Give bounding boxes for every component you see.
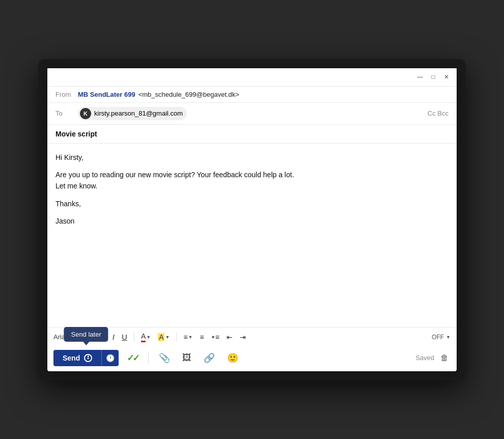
minimize-button[interactable]: — xyxy=(416,73,424,81)
highlight-dropdown-arrow: ▼ xyxy=(165,335,170,340)
off-badge: OFF ▼ xyxy=(432,334,451,341)
clock-icon xyxy=(84,354,92,362)
image-icon: 🖼 xyxy=(182,352,191,363)
underline-button[interactable]: U xyxy=(119,331,130,343)
to-label: To xyxy=(55,109,74,117)
indent-left-icon: ⇤ xyxy=(227,333,233,341)
double-check-icon: ✓✓ xyxy=(127,352,138,364)
emoji-button[interactable]: 🙂 xyxy=(223,350,242,366)
action-separator xyxy=(148,352,149,364)
highlight-color-group: A ▼ xyxy=(155,332,172,343)
cc-bcc-button[interactable]: Cc Bcc xyxy=(428,109,449,117)
ordered-list-button[interactable]: ≡ xyxy=(198,332,207,343)
subject-row: Movie script xyxy=(47,125,457,144)
indent-left-button[interactable]: ⇤ xyxy=(224,332,235,343)
font-color-icon: A xyxy=(141,332,146,342)
font-color-group: A ▼ xyxy=(138,331,153,344)
bold-button[interactable]: B xyxy=(97,331,108,343)
font-color-dropdown-arrow: ▼ xyxy=(146,335,151,340)
email-body[interactable]: Hi Kirsty, Are you up to reading our new… xyxy=(47,144,457,327)
send-dropdown-button[interactable]: 🕐 xyxy=(101,350,119,366)
send-label: Send xyxy=(63,354,80,362)
emoji-icon: 🙂 xyxy=(227,353,238,363)
signature: Jason xyxy=(55,217,74,225)
font-name-label: Arial xyxy=(53,333,67,341)
send-button-group: Send later Send 🕐 xyxy=(53,350,119,366)
from-row: From MB SendLater 699 <mb_schedule_699@b… xyxy=(47,87,457,103)
double-check-button[interactable]: ✓✓ xyxy=(123,350,142,366)
from-label: From xyxy=(55,91,74,98)
link-button[interactable]: 🔗 xyxy=(200,350,219,366)
link-icon: 🔗 xyxy=(204,353,215,363)
saved-label: Saved xyxy=(415,354,434,362)
action-row: Send later Send 🕐 ✓✓ 📎 🖼 xyxy=(47,347,457,371)
align-dropdown-arrow: ▼ xyxy=(188,335,193,340)
formatting-toolbar: Arial 10 12 14 16 18 B I U A ▼ xyxy=(47,327,457,347)
greeting: Hi Kirsty, xyxy=(55,153,83,161)
unordered-list-button[interactable]: ‣≡ xyxy=(209,332,222,343)
sender-name: MB SendLater 699 xyxy=(78,91,135,98)
toolbar-separator-3 xyxy=(176,333,177,342)
window-controls: — □ ✕ xyxy=(416,73,451,81)
image-button[interactable]: 🖼 xyxy=(178,350,195,365)
send-clock-icon: 🕐 xyxy=(106,354,115,362)
attachment-icon: 📎 xyxy=(159,353,170,363)
subject-text: Movie script xyxy=(55,130,97,138)
sender-email: <mb_schedule_699@begavet.dk> xyxy=(138,91,239,98)
to-row: To K kirsty.pearson_81@gmail.com Cc Bcc xyxy=(47,103,457,125)
toolbar-separator-2 xyxy=(134,333,134,342)
recipient-badge[interactable]: K kirsty.pearson_81@gmail.com xyxy=(78,107,187,120)
alignment-group: ≡ ▼ xyxy=(181,332,195,343)
saved-status: Saved 🗑 xyxy=(415,351,451,365)
attachment-button[interactable]: 📎 xyxy=(155,350,174,366)
trash-icon: 🗑 xyxy=(440,353,449,362)
off-dropdown-arrow: ▼ xyxy=(446,335,451,340)
maximize-button[interactable]: □ xyxy=(429,73,437,81)
recipient-email: kirsty.pearson_81@gmail.com xyxy=(94,109,183,117)
body-line1: Are you up to reading our new movie scri… xyxy=(55,171,294,179)
recipient-avatar: K xyxy=(80,108,91,119)
toolbar-separator-1 xyxy=(93,333,93,342)
title-bar: — □ ✕ xyxy=(47,68,457,87)
ordered-list-icon: ≡ xyxy=(200,333,204,341)
close-button[interactable]: ✕ xyxy=(442,73,451,81)
off-label: OFF xyxy=(432,334,444,341)
indent-right-icon: ⇥ xyxy=(240,333,246,341)
send-button[interactable]: Send xyxy=(53,350,101,366)
align-button[interactable]: ≡ ▼ xyxy=(181,332,195,343)
closing: Thanks, xyxy=(55,200,81,208)
indent-right-button[interactable]: ⇥ xyxy=(237,332,248,343)
font-color-button[interactable]: A ▼ xyxy=(138,331,153,344)
font-size-select[interactable]: 10 12 14 16 18 xyxy=(71,333,89,341)
italic-button[interactable]: I xyxy=(110,331,117,343)
highlight-color-icon: A xyxy=(158,333,164,341)
unordered-list-icon: ‣≡ xyxy=(211,333,219,341)
align-icon: ≡ xyxy=(183,333,187,341)
highlight-color-button[interactable]: A ▼ xyxy=(155,332,172,343)
delete-draft-button[interactable]: 🗑 xyxy=(438,351,451,365)
body-line2: Let me know. xyxy=(55,182,98,190)
